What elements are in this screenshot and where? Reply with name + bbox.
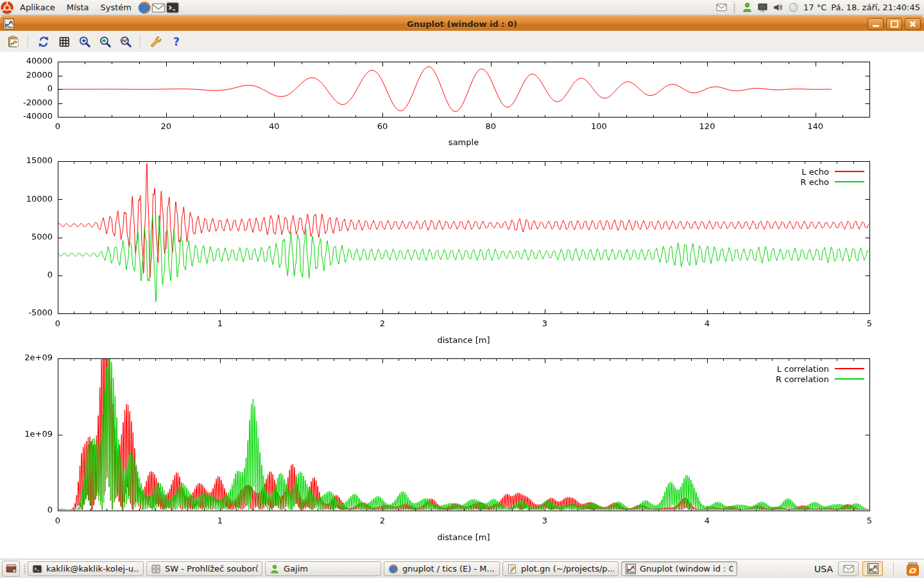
applet-handle[interactable]	[733, 3, 736, 13]
window-list: kaklik@kaklik-kolej-u...SW - Prohlížeč s…	[28, 561, 740, 576]
taskbar-button-3[interactable]: Gajim	[265, 561, 381, 576]
applet-handle[interactable]	[23, 564, 26, 574]
plot2-xlabel: distance [m]	[58, 335, 869, 345]
legend-entry: R echo	[800, 177, 864, 187]
zoom-previous-icon[interactable]	[76, 33, 93, 50]
taskbar-button-1[interactable]: kaklik@kaklik-kolej-u...	[28, 561, 144, 576]
copy-plot-icon[interactable]	[4, 33, 22, 50]
taskbar-button-label: Gajim	[284, 564, 308, 574]
zoom-next-icon[interactable]	[96, 33, 114, 50]
display-icon[interactable]	[757, 2, 768, 13]
legend-entry: R correlation	[776, 374, 864, 384]
terminal-icon[interactable]	[166, 1, 180, 15]
plots-canvas[interactable]	[0, 52, 924, 558]
terminal-icon	[32, 564, 42, 574]
firefox-icon	[388, 564, 398, 574]
gajim-icon	[270, 564, 280, 574]
menu-system[interactable]: Systém	[94, 0, 137, 15]
panel-left: Aplikace Místa Systém	[0, 0, 180, 15]
panel-tray: 17 °C Pá, 18. září, 21:40:45	[716, 0, 924, 15]
editor-icon	[507, 564, 517, 574]
toolbar-separator	[140, 35, 141, 49]
temperature-label: 17 °C	[803, 3, 826, 12]
window-title: Gnuplot (window id : 0)	[0, 19, 924, 29]
grid-icon[interactable]	[55, 33, 73, 50]
legend-entry: L echo	[800, 166, 864, 177]
plot3-xlabel: distance [m]	[58, 532, 869, 542]
taskbar-separator	[893, 563, 894, 575]
legend-entry: L correlation	[776, 363, 864, 374]
taskbar-button-label: Gnuplot (window id : 0)	[640, 564, 733, 574]
replot-icon[interactable]	[35, 33, 52, 50]
mail-notification-icon[interactable]	[716, 2, 727, 13]
taskbar-button-label: gnuplot / tics (E) - M...	[402, 564, 495, 574]
menu-applications[interactable]: Aplikace	[14, 0, 61, 15]
taskbar-button-label: kaklik@kaklik-kolej-u...	[46, 564, 139, 574]
window-titlebar[interactable]: Gnuplot (window id : 0)	[0, 15, 924, 31]
plot3-legend: L correlationR correlation	[776, 363, 864, 384]
minimize-button[interactable]	[868, 18, 884, 30]
window-controls	[868, 18, 921, 30]
mail-icon[interactable]	[151, 1, 166, 15]
trash-applet-icon[interactable]	[905, 561, 921, 577]
taskbar-button-4[interactable]: gnuplot / tics (E) - M...	[384, 561, 500, 576]
window-toolbar: ?	[0, 31, 924, 53]
taskbar-right: USA	[814, 561, 922, 577]
mail-tray-button[interactable]	[838, 561, 859, 576]
weather-icon[interactable]	[788, 2, 799, 13]
firefox-icon[interactable]	[137, 1, 151, 15]
taskbar-button-label: SW - Prohlížeč souborů	[165, 564, 258, 574]
taskbar: kaklik@kaklik-kolej-u...SW - Prohlížeč s…	[0, 559, 924, 578]
maximize-button[interactable]	[886, 18, 902, 30]
menu-places[interactable]: Místa	[61, 0, 95, 15]
gnuplot-window: Gnuplot (window id : 0) ? sample distanc…	[0, 15, 924, 558]
filemanager-icon	[151, 564, 161, 574]
volume-icon[interactable]	[773, 2, 783, 13]
help-icon[interactable]: ?	[167, 33, 185, 50]
close-button[interactable]	[905, 18, 921, 30]
plot-area: sample distance [m] distance [m] L echoR…	[0, 52, 924, 558]
user-switcher-icon[interactable]	[742, 2, 753, 13]
gnuplot-tray-button[interactable]	[862, 561, 883, 576]
taskbar-button-2[interactable]: SW - Prohlížeč souborů	[146, 561, 262, 576]
taskbar-button-6[interactable]: Gnuplot (window id : 0)	[621, 561, 737, 576]
keyboard-layout-indicator[interactable]: USA	[814, 564, 833, 574]
plot1-xlabel: sample	[58, 137, 869, 147]
taskbar-button-5[interactable]: plot.gn (~/projects/p...	[502, 561, 619, 576]
unzoom-icon[interactable]	[117, 33, 134, 50]
svg-text:?: ?	[173, 35, 180, 48]
gnuplot-window-icon	[3, 19, 14, 30]
ubuntu-menu-logo[interactable]	[0, 1, 14, 15]
taskbar-button-label: plot.gn (~/projects/p...	[521, 564, 614, 574]
gnuplot-icon	[626, 564, 636, 574]
show-desktop-button[interactable]	[2, 561, 20, 577]
toolbar-separator	[28, 35, 29, 49]
clock-label[interactable]: Pá, 18. září, 21:40:45	[831, 3, 920, 12]
plot2-legend: L echoR echo	[800, 166, 864, 187]
top-panel: Aplikace Místa Systém 17 °C Pá, 18. září…	[0, 0, 924, 15]
settings-wrench-icon[interactable]	[147, 33, 164, 50]
